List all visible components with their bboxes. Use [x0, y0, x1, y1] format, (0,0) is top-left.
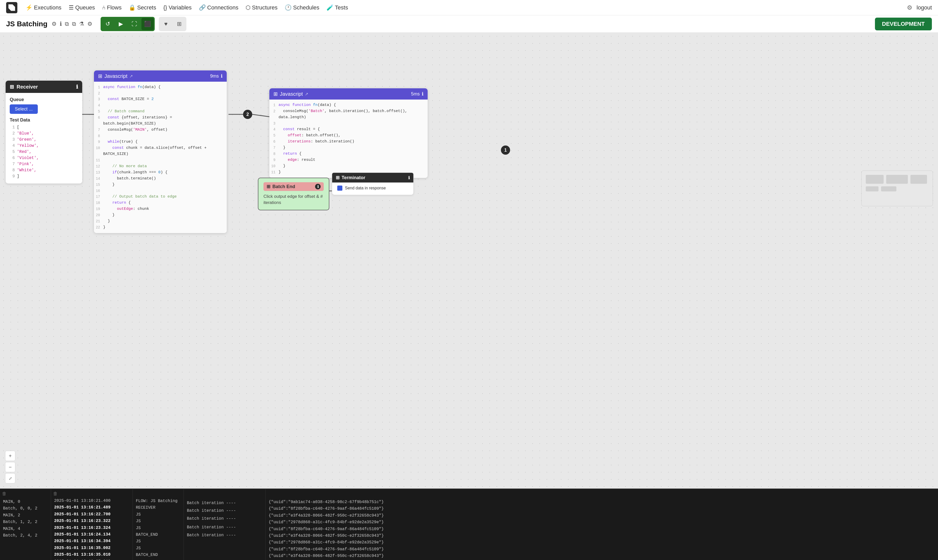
log-row: {"uuid":"e3f4a320-8066-482f-950c-e2f3265…: [268, 512, 936, 519]
log-row: 2025-01-01 13:16:24.134: [53, 531, 131, 538]
settings-icon[interactable]: ⚙: [907, 4, 912, 11]
play-button[interactable]: ▶: [115, 18, 127, 30]
log-col-1: 🗑 MAIN, 0 Batch, 0, 0, 2 MAIN, 2 Batch, …: [0, 489, 51, 560]
log-row: {"uuid":"e3f4a320-8066-482f-950c-e2f3265…: [268, 532, 936, 539]
log-row: {"uuid":"2978d860-a31c-4fc9-84bf-e92de2a…: [268, 519, 936, 526]
nav-secrets[interactable]: 🔒 Secrets: [129, 4, 156, 11]
js-panel-1-code[interactable]: 1async function fn(data) { 2 3 const BAT…: [94, 82, 227, 233]
fit-button[interactable]: ⤢: [5, 473, 15, 483]
log-row: {"uuid":"8f28bfba-c640-4276-9aaf-86a484f…: [268, 526, 936, 532]
js-panel-2-timing: 5ms ℹ: [411, 91, 424, 97]
log-panel: 🗑 MAIN, 0 Batch, 0, 0, 2 MAIN, 2 Batch, …: [0, 489, 938, 560]
preview-content: [862, 171, 933, 195]
preview-block-4: [866, 186, 878, 191]
log-row: 2025-01-01 13:16:23.324: [53, 525, 131, 531]
terminator-info-icon[interactable]: ℹ: [408, 175, 410, 180]
receiver-header: ⊞ Receiver ℹ: [6, 81, 82, 93]
log-row: 2025-01-01 13:16:23.322: [53, 518, 131, 524]
run-controls: ↺ ▶ ⛶ ⬛: [100, 17, 155, 31]
expand-icon[interactable]: ↗: [129, 74, 133, 78]
js-panel-2-header: ⊞ Javascript ↗ 5ms ℹ: [270, 88, 428, 100]
expand-icon-2[interactable]: ↗: [305, 92, 308, 97]
zoom-controls: + − ⤢: [5, 451, 15, 483]
page-title: JS Batching: [6, 20, 48, 28]
js-panel-2-code[interactable]: 1async function fn(data) { 2 consoleMsg(…: [270, 100, 428, 178]
log-row: 2025-01-01 13:16:35.010: [53, 551, 131, 558]
js-panel-2-header-left: ⊞ Javascript ↗: [273, 91, 308, 97]
log-col-2: 🗑 2025-01-01 13:10:21.400 2025-01-01 13:…: [51, 489, 133, 560]
log-trash-icon-2[interactable]: 🗑: [53, 491, 131, 497]
nav-structures[interactable]: ⬡ Structures: [246, 4, 277, 11]
nav-tests[interactable]: 🧪 Tests: [327, 4, 348, 11]
log-row: Batch, 0, 0, 2: [2, 505, 49, 512]
log-row: MAIN, 2: [2, 512, 49, 518]
log-row: BATCH_END: [135, 552, 182, 558]
receiver-info-icon[interactable]: ℹ: [76, 84, 78, 90]
step-button[interactable]: ⛶: [128, 18, 140, 30]
javascript-panel-1: ⊞ Javascript ↗ 9ms ℹ 1async function fn(…: [94, 71, 227, 233]
reset-button[interactable]: ↺: [102, 18, 114, 30]
receiver-body: Queue Select ... Test Data 1[ 2'Blue', 3…: [6, 93, 82, 183]
zoom-out-button[interactable]: −: [5, 462, 15, 472]
test-data-code: 1[ 2'Blue', 3'Green', 4'Yellow', 5'Red',…: [10, 124, 78, 180]
batch-end-description: Click output edge for offset & # iterati…: [263, 194, 324, 206]
log-row: {"uuid":"8f28bfba-c640-4276-9aaf-86a484f…: [268, 546, 936, 552]
log-row: JS: [135, 538, 182, 545]
js-panel-1-header: ⊞ Javascript ↗ 9ms ℹ: [94, 71, 227, 82]
executions-icon: ⚡: [26, 4, 32, 11]
secrets-icon: 🔒: [129, 4, 136, 11]
log-row: {"uuid":"9ab1ac74-a038-4258-98c2-67f9b48…: [268, 499, 936, 505]
canvas-area: 7 2 1 ⊞ Receiver ℹ Queue: [0, 33, 938, 489]
preview-block-1: [866, 175, 884, 184]
log-col-4: Batch iteration ---- Batch iteration ---…: [184, 489, 265, 560]
copy-icon[interactable]: ⧉: [65, 21, 69, 27]
nav-variables[interactable]: {} Variables: [163, 4, 192, 11]
log-row: 2025-01-01 13:10:21.400: [53, 497, 131, 504]
log-row: Batch, 1, 2, 2: [2, 518, 49, 525]
dev-button[interactable]: DEVELOPMENT: [875, 18, 932, 30]
nav-schedules[interactable]: 🕐 Schedules: [285, 4, 319, 11]
terminator-header: ⊞ Terminator ℹ: [332, 173, 413, 183]
nav-connections[interactable]: 🔗 Connections: [199, 4, 239, 11]
queues-icon: ☰: [69, 4, 74, 11]
nav-items: ⚡ Executions ☰ Queues ⑃ Flows 🔒 Secrets …: [26, 4, 348, 11]
log-row: Batch iteration ----: [186, 515, 263, 522]
log-row: Batch iteration ----: [186, 500, 263, 506]
view-controls: ♥ ⊞: [159, 17, 186, 31]
log-row: BATCH_END: [135, 531, 182, 538]
nav-right: ⚙ logout: [907, 4, 932, 11]
zoom-in-button[interactable]: +: [5, 451, 15, 461]
flask-icon[interactable]: ⚗: [79, 21, 84, 27]
preview-block-3: [910, 175, 927, 184]
info-icon-2[interactable]: ℹ: [422, 91, 424, 97]
grid-button[interactable]: ⊞: [173, 18, 185, 30]
stop-button[interactable]: ⬛: [142, 18, 154, 30]
preview-block-5: [881, 186, 896, 191]
send-data-row: Send data in response: [337, 186, 408, 191]
nav-executions[interactable]: ⚡ Executions: [26, 4, 62, 11]
settings-icon[interactable]: ⚙: [52, 21, 57, 27]
duplicate-icon[interactable]: ⧉: [72, 21, 76, 27]
log-col-3: FLOW: JS Batching RECEIVER JS JS JS BATC…: [133, 489, 184, 560]
grid-icon: ⊞: [10, 84, 14, 90]
preview-panel: [861, 171, 933, 206]
heart-button[interactable]: ♥: [160, 18, 172, 30]
nav-queues[interactable]: ☰ Queues: [69, 4, 95, 11]
log-row: JS: [135, 511, 182, 518]
queue-select-button[interactable]: Select ...: [10, 105, 38, 114]
config-icon[interactable]: ⚙: [87, 21, 92, 27]
log-trash-icon-1[interactable]: 🗑: [2, 491, 49, 497]
logout-link[interactable]: logout: [916, 4, 932, 11]
send-data-checkbox[interactable]: [337, 186, 342, 191]
info-icon[interactable]: ℹ: [221, 73, 223, 79]
js-panel-1-timing: 9ms ℹ: [210, 73, 223, 79]
flows-icon: ⑃: [102, 4, 105, 11]
nav-flows[interactable]: ⑃ Flows: [102, 4, 122, 11]
preview-block-2: [886, 175, 908, 184]
batch-end-info-icon[interactable]: ℹ: [315, 184, 321, 189]
app-logo[interactable]: [6, 2, 17, 13]
log-row: MAIN, 4: [2, 526, 49, 532]
info-icon[interactable]: ℹ: [60, 21, 62, 27]
log-row: Batch, 2, 4, 2: [2, 532, 49, 539]
batch-end-panel: ⊞ Batch End ℹ Click output edge for offs…: [258, 178, 330, 210]
